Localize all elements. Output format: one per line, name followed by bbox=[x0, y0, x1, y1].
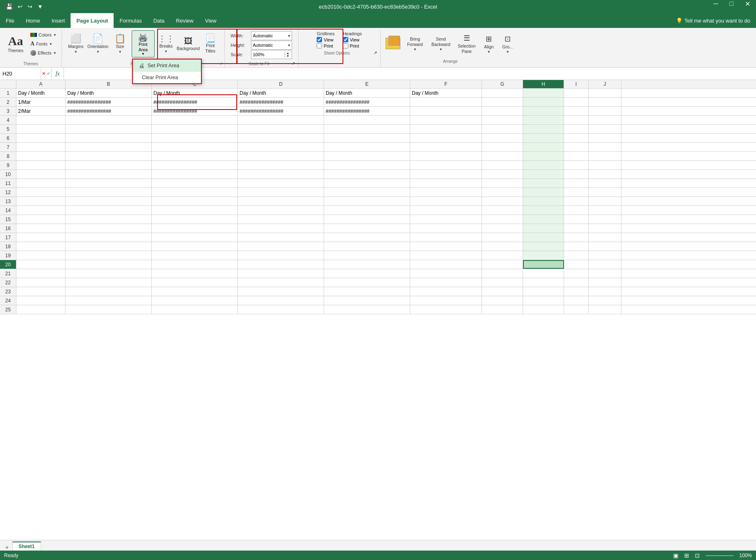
cell-a16[interactable] bbox=[16, 224, 66, 233]
cell-d15[interactable] bbox=[238, 215, 324, 224]
cell-i9[interactable] bbox=[564, 161, 589, 169]
cell-a17[interactable] bbox=[16, 233, 66, 242]
cell-e9[interactable] bbox=[324, 161, 410, 169]
cell-g1[interactable] bbox=[482, 89, 523, 97]
cell-i2[interactable] bbox=[564, 98, 589, 106]
menu-review[interactable]: Review bbox=[170, 13, 199, 28]
menu-insert[interactable]: Insert bbox=[46, 13, 71, 28]
menu-page-layout[interactable]: Page Layout bbox=[71, 13, 114, 28]
cell-a5[interactable] bbox=[16, 125, 66, 133]
cell-g22[interactable] bbox=[482, 278, 523, 287]
sheet-tab-sheet1[interactable]: Sheet1 bbox=[12, 542, 41, 551]
cell-b10[interactable] bbox=[66, 170, 152, 178]
themes-button[interactable]: Aa Themes bbox=[3, 30, 28, 57]
cell-c16[interactable] bbox=[152, 224, 238, 233]
cell-j24[interactable] bbox=[589, 296, 621, 305]
cell-a23[interactable] bbox=[16, 287, 66, 296]
cell-c17[interactable] bbox=[152, 233, 238, 242]
cell-g19[interactable] bbox=[482, 251, 523, 260]
cell-i21[interactable] bbox=[564, 269, 589, 278]
cell-h19[interactable] bbox=[523, 251, 564, 260]
cell-d24[interactable] bbox=[238, 296, 324, 305]
cell-e15[interactable] bbox=[324, 215, 410, 224]
cell-f22[interactable] bbox=[410, 278, 482, 287]
cell-h18[interactable] bbox=[523, 242, 564, 251]
cell-d25[interactable] bbox=[238, 305, 324, 314]
send-backward-button[interactable]: SendBackward ▼ bbox=[428, 30, 454, 57]
cell-c5[interactable] bbox=[152, 125, 238, 133]
cell-j18[interactable] bbox=[589, 242, 621, 251]
cell-i1[interactable] bbox=[564, 89, 589, 97]
cell-d7[interactable] bbox=[238, 143, 324, 151]
cell-h8[interactable] bbox=[523, 152, 564, 160]
cell-f21[interactable] bbox=[410, 269, 482, 278]
cell-j23[interactable] bbox=[589, 287, 621, 296]
cell-i3[interactable] bbox=[564, 107, 589, 115]
cell-c9[interactable] bbox=[152, 161, 238, 169]
cell-j6[interactable] bbox=[589, 134, 621, 142]
cell-i17[interactable] bbox=[564, 233, 589, 242]
cell-j10[interactable] bbox=[589, 170, 621, 178]
size-button[interactable]: 📋 Size ▼ bbox=[110, 30, 131, 57]
cell-c8[interactable] bbox=[152, 152, 238, 160]
redo-icon[interactable]: ↪ bbox=[26, 2, 34, 11]
cell-g4[interactable] bbox=[482, 116, 523, 124]
cell-e1[interactable]: Day / Month bbox=[324, 89, 410, 97]
height-input[interactable]: Automatic ▼ bbox=[251, 41, 292, 50]
cell-j5[interactable] bbox=[589, 125, 621, 133]
headings-view-checkbox[interactable] bbox=[343, 37, 348, 42]
cell-g8[interactable] bbox=[482, 152, 523, 160]
cell-a25[interactable] bbox=[16, 305, 66, 314]
set-print-area-item[interactable]: 🖨 Set Print Area bbox=[133, 59, 201, 72]
cell-e13[interactable] bbox=[324, 197, 410, 206]
cell-h22[interactable] bbox=[523, 278, 564, 287]
margins-button[interactable]: ⬜ Margins ▼ bbox=[65, 30, 87, 57]
cell-i7[interactable] bbox=[564, 143, 589, 151]
cell-g10[interactable] bbox=[482, 170, 523, 178]
cell-e3[interactable]: ################ bbox=[324, 107, 410, 115]
bring-forward-button[interactable]: BringForward ▼ bbox=[403, 30, 427, 57]
cell-f19[interactable] bbox=[410, 251, 482, 260]
cell-a3[interactable]: 2/Mar bbox=[16, 107, 66, 115]
view-normal-icon[interactable]: ▣ bbox=[673, 552, 678, 559]
cell-d13[interactable] bbox=[238, 197, 324, 206]
add-sheet-button[interactable]: + bbox=[2, 544, 12, 551]
cell-j3[interactable] bbox=[589, 107, 621, 115]
cell-a22[interactable] bbox=[16, 278, 66, 287]
cell-i8[interactable] bbox=[564, 152, 589, 160]
scale-up-icon[interactable]: ▲ bbox=[285, 52, 290, 55]
cell-d9[interactable] bbox=[238, 161, 324, 169]
cell-e23[interactable] bbox=[324, 287, 410, 296]
cell-d10[interactable] bbox=[238, 170, 324, 178]
cell-b7[interactable] bbox=[66, 143, 152, 151]
cell-e5[interactable] bbox=[324, 125, 410, 133]
cell-f2[interactable] bbox=[410, 98, 482, 106]
cell-c14[interactable] bbox=[152, 206, 238, 215]
selection-pane-button[interactable]: ☰ SelectionPane bbox=[455, 30, 479, 57]
cell-f9[interactable] bbox=[410, 161, 482, 169]
cell-e11[interactable] bbox=[324, 179, 410, 187]
cell-a20[interactable] bbox=[16, 260, 66, 269]
cell-b2[interactable]: ################ bbox=[66, 98, 152, 106]
cancel-formula-icon[interactable]: ✕ bbox=[42, 71, 46, 76]
col-header-j[interactable]: J bbox=[589, 80, 621, 88]
cell-h11[interactable] bbox=[523, 179, 564, 187]
cell-f23[interactable] bbox=[410, 287, 482, 296]
cell-g3[interactable] bbox=[482, 107, 523, 115]
cell-e4[interactable] bbox=[324, 116, 410, 124]
cell-g6[interactable] bbox=[482, 134, 523, 142]
cell-g2[interactable] bbox=[482, 98, 523, 106]
cell-j12[interactable] bbox=[589, 188, 621, 197]
cell-h9[interactable] bbox=[523, 161, 564, 169]
colors-button[interactable]: Colors ▼ bbox=[29, 30, 58, 39]
cell-c7[interactable] bbox=[152, 143, 238, 151]
cell-c2[interactable]: ################ bbox=[152, 98, 238, 106]
cell-e14[interactable] bbox=[324, 206, 410, 215]
cell-c12[interactable] bbox=[152, 188, 238, 197]
cell-d18[interactable] bbox=[238, 242, 324, 251]
cell-e21[interactable] bbox=[324, 269, 410, 278]
cell-h4[interactable] bbox=[523, 116, 564, 124]
cell-d22[interactable] bbox=[238, 278, 324, 287]
width-input[interactable]: Automatic ▼ bbox=[251, 31, 292, 40]
cell-c10[interactable] bbox=[152, 170, 238, 178]
